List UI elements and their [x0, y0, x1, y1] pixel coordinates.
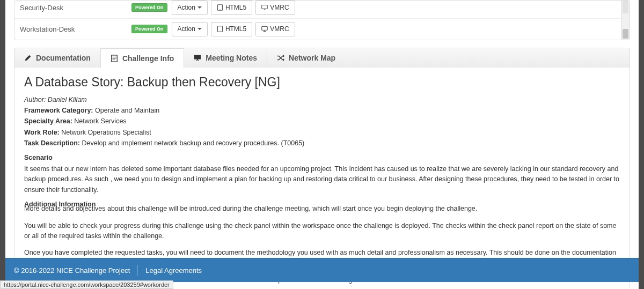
chevron-down-icon — [197, 6, 202, 9]
divider — [137, 265, 138, 276]
scrollbar[interactable] — [621, 0, 630, 18]
vm-table: Security-Desk Powered On Action HTML5 VM… — [14, 0, 630, 40]
tablet-icon — [217, 26, 223, 32]
specialty-value: Network Services — [74, 117, 126, 125]
task-label: Task Description: — [24, 139, 80, 147]
document-icon — [111, 55, 118, 62]
additional-p1: More details and objectives about this c… — [24, 204, 620, 214]
challenge-title: A Database Story: Backup then Recovery [… — [24, 75, 620, 90]
monitor-icon — [261, 26, 268, 32]
monitor-icon — [261, 4, 268, 11]
tab-meeting-notes[interactable]: Meeting Notes — [184, 48, 267, 68]
html5-button[interactable]: HTML5 — [211, 1, 252, 15]
action-dropdown[interactable]: Action — [172, 22, 208, 36]
tab-network-map[interactable]: Network Map — [267, 48, 345, 68]
vmrc-button[interactable]: VMRC — [255, 1, 295, 15]
role-value: Network Operations Specialist — [61, 129, 151, 136]
power-status-badge: Powered On — [131, 25, 167, 33]
browser-status-bar: https://portal.nice-challenge.com/worksp… — [0, 280, 173, 289]
presentation-icon — [194, 54, 201, 62]
action-dropdown[interactable]: Action — [172, 1, 208, 15]
svg-point-4 — [219, 31, 220, 31]
vm-name: Workstation-Desk — [20, 25, 127, 33]
power-status-badge: Powered On — [131, 3, 167, 12]
copyright: © 2016-2022 NICE Challenge Project — [14, 266, 137, 275]
tab-challenge-info[interactable]: Challenge Info — [101, 48, 184, 68]
vm-row: Workstation-Desk Powered On Action HTML5… — [14, 19, 630, 40]
challenge-content: A Database Story: Backup then Recovery [… — [14, 68, 630, 289]
tablet-icon — [217, 4, 223, 11]
vm-row: Security-Desk Powered On Action HTML5 VM… — [14, 1, 630, 19]
scrollbar[interactable] — [621, 19, 630, 40]
html5-button[interactable]: HTML5 — [211, 22, 252, 36]
task-value: Develop and implement network backup and… — [82, 139, 304, 147]
svg-rect-2 — [262, 5, 268, 9]
tab-documentation[interactable]: Documentation — [14, 48, 101, 68]
vmrc-button[interactable]: VMRC — [255, 22, 295, 36]
shuffle-icon — [277, 54, 284, 62]
footer: © 2016-2022 NICE Challenge Project Legal… — [5, 258, 639, 282]
chevron-down-icon — [197, 28, 202, 30]
role-label: Work Role: — [24, 129, 60, 136]
author-label: Author: — [24, 96, 46, 103]
framework-label: Framework Category: — [24, 107, 93, 114]
scenario-heading: Scenario — [24, 153, 620, 163]
pencil-icon — [24, 54, 32, 62]
specialty-label: Specialty Area: — [24, 117, 72, 125]
svg-point-1 — [219, 10, 220, 10]
vm-name: Security-Desk — [20, 4, 127, 12]
legal-link[interactable]: Legal Agreements — [145, 266, 209, 275]
svg-rect-5 — [262, 27, 268, 31]
scenario-text: It seems that our new intern has deleted… — [24, 164, 620, 195]
author-value: Daniel Killam — [48, 96, 87, 103]
tab-bar: Documentation Challenge Info Meeting Not… — [14, 48, 630, 68]
framework-value: Operate and Maintain — [95, 107, 159, 114]
additional-p2: You will be able to check your progress … — [24, 221, 620, 242]
